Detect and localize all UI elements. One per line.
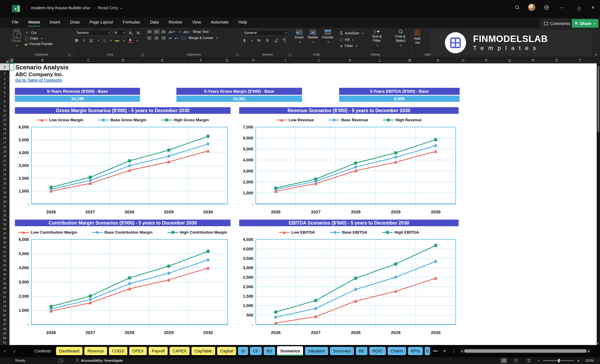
- increase-indent-icon[interactable]: ▸≡: [175, 36, 178, 40]
- row-header-43[interactable]: 43: [0, 258, 9, 263]
- row-header-50[interactable]: 50: [0, 290, 9, 295]
- row-header-57[interactable]: 57: [0, 322, 9, 327]
- merge-center-button[interactable]: Merge & Center▾: [188, 36, 218, 40]
- row-header-23[interactable]: 23: [0, 168, 9, 172]
- wrap-text-icon[interactable]: ab↩: [183, 30, 190, 34]
- column-header-Q[interactable]: Q: [498, 58, 521, 63]
- row-header-44[interactable]: 44: [0, 263, 9, 268]
- prev-sheet-button[interactable]: ‹: [0, 348, 9, 354]
- row-header-7[interactable]: 7: [0, 95, 9, 99]
- fill-button[interactable]: ↓Fill▾: [340, 38, 364, 42]
- scroll-down-icon[interactable]: ▾: [597, 342, 598, 345]
- accessibility-status[interactable]: Accessibility: Investigate: [75, 359, 123, 363]
- row-header-1[interactable]: 1: [0, 64, 9, 71]
- sheet-tab-bs[interactable]: BS: [264, 347, 275, 355]
- row-header-25[interactable]: 25: [0, 177, 9, 181]
- font-color-button[interactable]: A: [128, 39, 132, 43]
- row-header-49[interactable]: 49: [0, 286, 9, 290]
- close-button[interactable]: ✕: [589, 5, 597, 10]
- number-format-select[interactable]: General▾: [242, 30, 289, 36]
- column-header-E[interactable]: E: [140, 58, 185, 63]
- row-header-5[interactable]: 5: [0, 86, 9, 90]
- sheet-canvas[interactable]: Scenario Analysis ABC Company Inc. Go to…: [9, 64, 597, 345]
- sheet-tab-charts[interactable]: Charts: [388, 347, 406, 355]
- row-header-33[interactable]: 33: [0, 213, 9, 218]
- percent-button[interactable]: %: [256, 38, 262, 43]
- row-header-21[interactable]: 21: [0, 158, 9, 163]
- row-header-8[interactable]: 8: [0, 99, 9, 104]
- menu-view[interactable]: View: [192, 18, 201, 27]
- sheet-tab-is[interactable]: IS: [238, 347, 248, 355]
- copy-button[interactable]: Copy▾: [25, 36, 53, 40]
- find-select-button[interactable]: Find & Select▾: [390, 30, 410, 47]
- insert-cells-button[interactable]: Insert▾: [295, 30, 304, 44]
- sheet-tab-be[interactable]: BE: [356, 347, 368, 355]
- avatar[interactable]: [528, 4, 535, 11]
- shrink-font-button[interactable]: A▾: [136, 30, 142, 36]
- row-header-38[interactable]: 38: [0, 236, 9, 240]
- collapse-ribbon-icon[interactable]: ▾: [595, 53, 597, 57]
- sheet-tab-dashboard[interactable]: Dashboard: [56, 347, 83, 355]
- sheet-tab-kpis[interactable]: KPIs: [408, 347, 423, 355]
- normal-view-button[interactable]: [500, 358, 507, 363]
- sheet-tab-revenue[interactable]: Revenue: [84, 347, 107, 355]
- row-header-59[interactable]: 59: [0, 331, 9, 336]
- underline-button[interactable]: U: [89, 38, 94, 43]
- fill-color-button[interactable]: [115, 40, 119, 41]
- menu-formulas[interactable]: Formulas: [122, 18, 141, 27]
- column-header-A[interactable]: A: [9, 58, 14, 63]
- table-of-contents-link[interactable]: Go to Table of Contents: [15, 78, 62, 83]
- cut-button[interactable]: ✂Cut: [25, 31, 53, 35]
- sheet-tab-contents[interactable]: Contents: [31, 347, 54, 355]
- search-icon[interactable]: [514, 4, 521, 11]
- page-break-view-button[interactable]: [525, 358, 532, 363]
- clipboard-dialog-launcher[interactable]: ↘: [68, 53, 71, 56]
- sheet-tab-payroll[interactable]: Payroll: [149, 347, 168, 355]
- column-header-L[interactable]: L: [365, 58, 395, 63]
- currency-button[interactable]: $: [242, 38, 246, 43]
- sheet-tab-roic[interactable]: ROIC: [369, 347, 386, 355]
- sheet-menu-icon[interactable]: ⋮: [451, 348, 456, 354]
- vertical-scroll-thumb[interactable]: [597, 66, 599, 132]
- font-size-select[interactable]: 8▾: [113, 30, 126, 36]
- sort-filter-button[interactable]: AZ Sort & Filter▾: [368, 30, 386, 47]
- zoom-slider[interactable]: [543, 360, 574, 361]
- decrease-indent-icon[interactable]: ◂≡: [169, 36, 172, 40]
- bold-button[interactable]: B: [74, 38, 79, 43]
- menu-data[interactable]: Data: [150, 18, 159, 27]
- row-header-17[interactable]: 17: [0, 140, 9, 145]
- row-header-32[interactable]: 32: [0, 209, 9, 213]
- row-header-19[interactable]: 19: [0, 149, 9, 154]
- row-header-52[interactable]: 52: [0, 299, 9, 304]
- delete-cells-button[interactable]: Delete▾: [308, 30, 318, 44]
- row-header-53[interactable]: 53: [0, 304, 9, 309]
- column-header-B[interactable]: B: [14, 58, 71, 63]
- decrease-decimal-button[interactable]: .00→.0: [281, 38, 286, 43]
- add-sheet-button[interactable]: +: [443, 347, 447, 355]
- align-bottom-icon[interactable]: [161, 31, 166, 33]
- horizontal-scrollbar[interactable]: ◄ ►: [460, 348, 591, 354]
- column-header-P[interactable]: P: [475, 58, 498, 63]
- grow-font-button[interactable]: A▴: [128, 30, 134, 36]
- title-dropdown-icon[interactable]: ▾: [121, 7, 122, 10]
- column-header-F[interactable]: F: [185, 58, 217, 63]
- align-right-icon[interactable]: [161, 37, 166, 39]
- menu-insert[interactable]: Insert: [49, 18, 61, 27]
- row-header-26[interactable]: 26: [0, 181, 9, 186]
- globe-icon[interactable]: [543, 4, 550, 11]
- font-name-select[interactable]: Tahoma▾: [74, 30, 112, 36]
- paste-button[interactable]: Paste▾: [10, 30, 23, 47]
- row-header-60[interactable]: 60: [0, 336, 9, 340]
- vertical-scrollbar[interactable]: ▾: [597, 64, 600, 345]
- sheet-tab-valuation[interactable]: Valuation: [305, 347, 328, 355]
- sheet-tab-captable[interactable]: CapTable: [191, 347, 215, 355]
- zoom-out-button[interactable]: −: [538, 358, 540, 363]
- horizontal-scroll-thumb[interactable]: [464, 349, 587, 353]
- selected-cell-a1[interactable]: [9, 64, 14, 71]
- menu-help[interactable]: Help: [238, 18, 247, 27]
- row-header-10[interactable]: 10: [0, 109, 9, 113]
- column-header-C[interactable]: C: [71, 58, 106, 63]
- alignment-dialog-launcher[interactable]: ↘: [236, 53, 239, 56]
- menu-home[interactable]: Home: [28, 18, 40, 27]
- next-sheet-button[interactable]: ›: [9, 348, 19, 354]
